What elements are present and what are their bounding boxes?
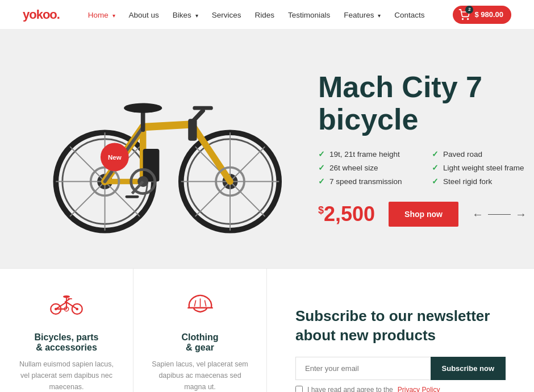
svg-point-55 xyxy=(63,295,70,298)
nav-link-contacts[interactable]: Contacts xyxy=(394,11,424,19)
logo-dot: . xyxy=(57,7,60,22)
nav-link-bikes[interactable]: Bikes ▾ xyxy=(173,11,198,19)
nav-link-home[interactable]: Home ▾ xyxy=(88,11,115,19)
hero-image-wrap: New xyxy=(34,58,295,240)
newsletter-section: Subscribe to our newsletter about new pr… xyxy=(267,269,534,392)
svg-point-0 xyxy=(462,18,464,19)
privacy-row: I have read and agree to the Privacy Pol… xyxy=(295,386,506,392)
product-price: $2,500 xyxy=(318,202,375,226)
navbar: yokoo. Home ▾ About us Bikes ▾ Services … xyxy=(0,0,534,30)
check-icon: ✓ xyxy=(318,163,325,172)
card-title-bicycles: Bicycles, parts& accessories xyxy=(35,332,99,353)
features-grid: ✓ 19t, 21t frame height ✓ Paved road ✓ 2… xyxy=(318,149,528,186)
nav-link-testimonials[interactable]: Testimonials xyxy=(288,11,330,19)
email-form: Subscribe now xyxy=(295,357,506,380)
bicycle-icon-svg xyxy=(49,291,84,318)
next-arrow[interactable]: → xyxy=(515,208,527,221)
nav-item-home[interactable]: Home ▾ xyxy=(88,10,115,20)
svg-text:New: New xyxy=(108,154,122,161)
nav-item-bikes[interactable]: Bikes ▾ xyxy=(173,10,198,20)
feature-item: ✓ Steel rigid fork xyxy=(432,177,528,186)
svg-rect-30 xyxy=(143,149,160,182)
feature-text: 26t wheel size xyxy=(329,164,378,172)
check-icon: ✓ xyxy=(318,149,325,159)
bicycle-svg: New xyxy=(34,58,295,240)
check-icon: ✓ xyxy=(432,149,439,159)
nav-menu: Home ▾ About us Bikes ▾ Services Rides T… xyxy=(88,10,425,20)
svg-line-24 xyxy=(143,124,192,127)
cart-price: $ 980.00 xyxy=(474,10,503,19)
svg-line-60 xyxy=(205,301,206,307)
nav-item-contacts[interactable]: Contacts xyxy=(394,10,424,20)
feature-item: ✓ 7 speed transmission xyxy=(318,177,415,186)
slide-nav: ← → xyxy=(472,208,527,221)
nav-item-about[interactable]: About us xyxy=(129,10,159,20)
nav-link-features[interactable]: Features ▾ xyxy=(344,11,381,19)
nav-item-rides[interactable]: Rides xyxy=(255,10,274,20)
check-icon: ✓ xyxy=(432,163,439,172)
bike-image: New xyxy=(34,58,295,240)
svg-line-11 xyxy=(70,182,105,216)
hero-section: New Mach City 7 bicycle ✓ 19t, 21t frame… xyxy=(0,30,534,268)
nav-item-services[interactable]: Services xyxy=(212,10,241,20)
nav-item-features[interactable]: Features ▾ xyxy=(344,10,381,20)
privacy-checkbox[interactable] xyxy=(295,386,303,392)
svg-line-12 xyxy=(105,182,140,216)
svg-line-58 xyxy=(194,301,195,307)
svg-line-23 xyxy=(230,182,265,216)
cart-button[interactable]: 2 $ 980.00 xyxy=(453,6,511,24)
svg-point-1 xyxy=(468,18,469,19)
price-row: $2,500 Shop now ← → xyxy=(318,202,528,227)
privacy-policy-link[interactable]: Privacy Policy xyxy=(398,386,440,392)
hero-content: Mach City 7 bicycle ✓ 19t, 21t frame hei… xyxy=(295,71,528,227)
nav-link-rides[interactable]: Rides xyxy=(255,11,274,19)
subscribe-button[interactable]: Subscribe now xyxy=(431,357,506,380)
card-desc-clothing: Sapien lacus, vel placerat sem dapibus a… xyxy=(151,358,249,392)
svg-line-22 xyxy=(195,182,230,216)
clothing-card-icon xyxy=(185,291,216,323)
feature-text: Light weight steel frame xyxy=(443,164,524,172)
feature-text: 19t, 21t frame height xyxy=(329,150,400,159)
bicycle-card-icon xyxy=(49,291,84,323)
email-input[interactable] xyxy=(295,357,431,380)
helmet-icon-svg xyxy=(185,291,216,318)
svg-line-34 xyxy=(193,111,203,122)
hero-title: Mach City 7 bicycle xyxy=(318,71,528,136)
feature-item: ✓ Light weight steel frame xyxy=(432,163,528,172)
nav-link-services[interactable]: Services xyxy=(212,11,241,19)
cart-icon-wrap: 2 xyxy=(458,9,470,20)
check-icon: ✓ xyxy=(318,177,325,186)
card-title-clothing: Clothing& gear xyxy=(182,332,219,353)
logo[interactable]: yokoo. xyxy=(23,7,60,22)
feature-item: ✓ 26t wheel size xyxy=(318,163,415,172)
svg-line-9 xyxy=(70,147,105,181)
svg-point-33 xyxy=(124,103,162,113)
feature-item: ✓ Paved road xyxy=(432,149,528,159)
lower-section: Bicycles, parts& accessories Nullam euis… xyxy=(0,268,534,392)
svg-line-21 xyxy=(230,147,265,181)
price-symbol: $ xyxy=(318,205,324,216)
feature-text: Steel rigid fork xyxy=(443,177,492,186)
newsletter-title: Subscribe to our newsletter about new pr… xyxy=(295,307,506,345)
arrow-line xyxy=(488,214,511,215)
prev-arrow[interactable]: ← xyxy=(472,208,483,221)
nav-item-testimonials[interactable]: Testimonials xyxy=(288,10,330,20)
check-icon: ✓ xyxy=(432,177,439,186)
feature-text: Paved road xyxy=(443,150,482,159)
feature-text: 7 speed transmission xyxy=(329,177,402,186)
feature-item: ✓ 19t, 21t frame height xyxy=(318,149,415,159)
cart-badge: 2 xyxy=(465,6,473,14)
logo-text: yokoo xyxy=(23,7,57,22)
card-desc-bicycles: Nullam euismod sapien lacus, vel placera… xyxy=(17,358,116,392)
card-clothing: Clothing& gear Sapien lacus, vel placera… xyxy=(134,269,267,392)
nav-link-about[interactable]: About us xyxy=(129,11,159,19)
card-bicycles: Bicycles, parts& accessories Nullam euis… xyxy=(0,269,134,392)
privacy-text: I have read and agree to the xyxy=(307,386,393,392)
shop-now-button[interactable]: Shop now xyxy=(389,202,458,227)
